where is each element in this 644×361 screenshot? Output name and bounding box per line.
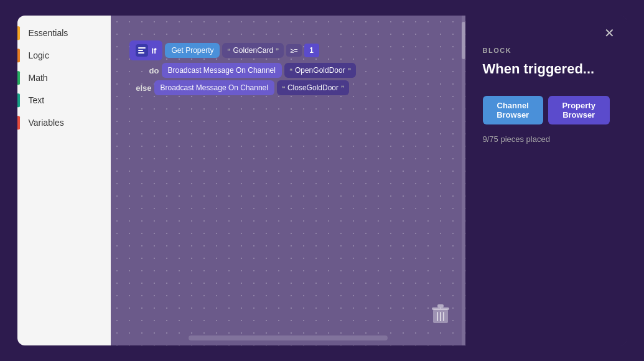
- else-broadcast-block[interactable]: Broadcast Message On Channel: [154, 80, 274, 95]
- do-broadcast-block[interactable]: Broadcast Message On Channel: [162, 63, 282, 78]
- left-quote-do: ❝: [289, 67, 292, 74]
- open-gold-door-block[interactable]: ❝ OpenGoldDoor ❞: [284, 63, 356, 78]
- else-label: else: [132, 83, 152, 93]
- sidebar-item-text[interactable]: Text: [17, 89, 111, 111]
- blocks-container: if Get Property ❝ GoldenCard ❞ ≥= 1: [129, 40, 356, 98]
- modal: ✕ Essentials Logic Math Text Variables: [17, 16, 627, 345]
- sidebar-item-essentials[interactable]: Essentials: [17, 22, 111, 44]
- golden-card-block[interactable]: ❝ GoldenCard ❞: [222, 43, 284, 58]
- do-row: do Broadcast Message On Channel ❝ OpenGo…: [139, 63, 356, 78]
- else-row: else Broadcast Message On Channel ❝ Clos…: [132, 80, 356, 95]
- horizontal-scrollbar[interactable]: [189, 335, 388, 340]
- pieces-placed-label: 9/75 pieces placed: [483, 134, 610, 144]
- svg-rect-2: [138, 52, 144, 54]
- property-browser-button[interactable]: Property Browser: [548, 96, 610, 124]
- right-quote-do: ❞: [348, 67, 351, 74]
- sidebar-item-logic[interactable]: Logic: [17, 44, 111, 67]
- svg-rect-4: [432, 307, 449, 310]
- right-panel: BLOCK When triggered... Channel Browser …: [465, 16, 627, 345]
- left-quote: ❝: [227, 47, 230, 54]
- right-quote-else: ❞: [341, 85, 344, 91]
- if-block[interactable]: if: [129, 40, 163, 60]
- if-icon: [136, 44, 148, 57]
- vertical-scrollbar-thumb: [462, 22, 465, 59]
- svg-rect-1: [138, 50, 143, 51]
- svg-rect-0: [138, 47, 146, 49]
- sidebar: Essentials Logic Math Text Variables: [17, 16, 111, 345]
- sidebar-item-math[interactable]: Math: [17, 67, 111, 89]
- channel-browser-button[interactable]: Channel Browser: [483, 96, 543, 124]
- svg-rect-5: [437, 304, 444, 307]
- left-quote-else: ❝: [282, 85, 285, 91]
- number-block[interactable]: 1: [304, 44, 319, 57]
- canvas-area[interactable]: if Get Property ❝ GoldenCard ❞ ≥= 1: [111, 16, 465, 345]
- if-row: if Get Property ❝ GoldenCard ❞ ≥= 1: [129, 40, 356, 60]
- compare-block[interactable]: ≥=: [286, 44, 301, 57]
- do-label: do: [139, 66, 159, 75]
- close-gold-door-block[interactable]: ❝ CloseGoldDoor ❞: [277, 80, 349, 95]
- right-quote: ❞: [276, 47, 279, 54]
- get-property-block[interactable]: Get Property: [165, 43, 220, 58]
- block-section-label: BLOCK: [483, 47, 610, 54]
- if-keyword: if: [152, 46, 157, 55]
- trash-icon[interactable]: [431, 304, 450, 327]
- sidebar-item-variables[interactable]: Variables: [17, 111, 111, 134]
- block-title: When triggered...: [483, 60, 610, 78]
- browser-buttons: Channel Browser Property Browser: [483, 96, 610, 124]
- vertical-scrollbar[interactable]: [462, 16, 465, 345]
- close-button[interactable]: ✕: [601, 24, 618, 42]
